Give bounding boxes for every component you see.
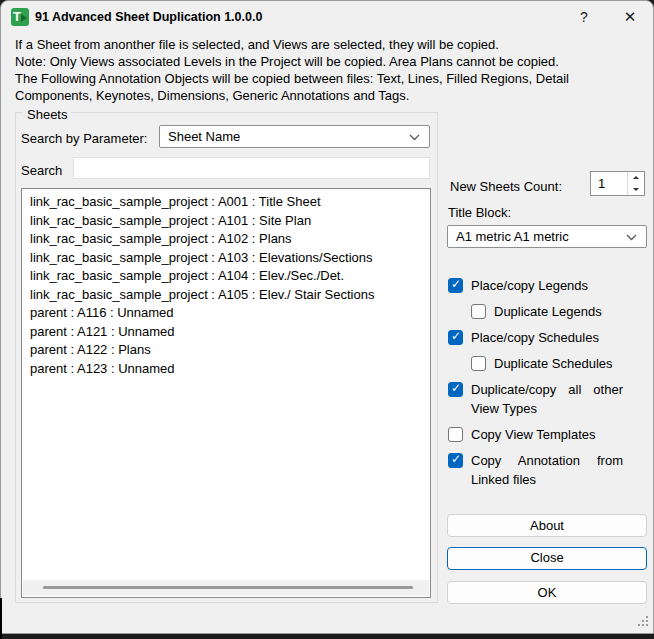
list-item[interactable]: link_rac_basic_sample_project : A103 : E… bbox=[22, 249, 430, 268]
checkbox-place-copy-legends[interactable]: Place/copy Legends bbox=[448, 276, 653, 295]
spin-up-button[interactable] bbox=[628, 172, 644, 184]
checked-checkbox-icon[interactable] bbox=[448, 278, 463, 293]
checkbox-label: Place/copy Schedules bbox=[471, 328, 599, 347]
search-label: Search bbox=[21, 162, 62, 179]
title-block-combobox-value: A1 metric A1 metric bbox=[456, 229, 569, 244]
checkbox-duplicate-schedules[interactable]: Duplicate Schedules bbox=[471, 354, 653, 373]
sheet-list-items: link_rac_basic_sample_project : A001 : T… bbox=[22, 189, 430, 378]
close-button[interactable]: Close bbox=[447, 547, 647, 570]
checkbox-place-copy-schedules[interactable]: Place/copy Schedules bbox=[448, 328, 653, 347]
chevron-down-icon bbox=[626, 234, 637, 241]
checked-checkbox-icon[interactable] bbox=[448, 382, 463, 397]
checked-checkbox-icon[interactable] bbox=[448, 453, 463, 468]
unchecked-checkbox-icon[interactable] bbox=[471, 304, 486, 319]
app-icon-letter: T bbox=[13, 9, 21, 24]
intro-line: The Following Annotation Objects will be… bbox=[15, 70, 647, 87]
checked-checkbox-icon[interactable] bbox=[448, 330, 463, 345]
title-bar: T 91 Advanced Sheet Duplication 1.0.0.0 … bbox=[1, 1, 653, 33]
checkbox-copy-view-templates[interactable]: Copy View Templates bbox=[448, 425, 653, 444]
list-item[interactable]: parent : A122 : Plans bbox=[22, 341, 430, 360]
sheets-group-label: Sheets bbox=[23, 109, 71, 121]
down-arrow-icon bbox=[633, 188, 639, 191]
parameter-combobox-value: Sheet Name bbox=[168, 129, 240, 144]
intro-line: Components, Keynotes, Dimensions, Generi… bbox=[15, 87, 647, 104]
checkbox-duplicate-legends[interactable]: Duplicate Legends bbox=[471, 302, 653, 321]
spin-down-button[interactable] bbox=[628, 184, 644, 196]
checkbox-duplicate-copy-all-other-view-types[interactable]: Duplicate/copy all otherView Types bbox=[448, 380, 653, 418]
horizontal-scrollbar-thumb[interactable] bbox=[43, 586, 413, 589]
sheet-list[interactable]: link_rac_basic_sample_project : A001 : T… bbox=[21, 188, 431, 598]
new-sheets-count-value: 1 bbox=[598, 176, 605, 191]
about-button[interactable]: About bbox=[447, 514, 647, 537]
list-item[interactable]: link_rac_basic_sample_project : A102 : P… bbox=[22, 230, 430, 249]
horizontal-scrollbar[interactable] bbox=[23, 580, 429, 596]
intro-line: If a Sheet from anonther file is selecte… bbox=[15, 36, 647, 53]
checkbox-label: Duplicate Schedules bbox=[494, 354, 613, 373]
list-item[interactable]: link_rac_basic_sample_project : A101 : S… bbox=[22, 212, 430, 231]
chevron-down-icon bbox=[409, 134, 420, 141]
list-item[interactable]: link_rac_basic_sample_project : A001 : T… bbox=[22, 193, 430, 212]
spinner bbox=[627, 172, 644, 195]
parameter-combobox[interactable]: Sheet Name bbox=[159, 125, 430, 148]
intro-line: Note: Only Views associated Levels in th… bbox=[15, 53, 647, 70]
ok-button[interactable]: OK bbox=[447, 581, 647, 604]
window-title: 91 Advanced Sheet Duplication 1.0.0.0 bbox=[35, 1, 262, 33]
title-block-combobox[interactable]: A1 metric A1 metric bbox=[447, 225, 647, 248]
new-sheets-count-input[interactable]: 1 bbox=[590, 171, 645, 196]
app-icon: T bbox=[11, 8, 29, 26]
list-item[interactable]: parent : A116 : Unnamed bbox=[22, 304, 430, 323]
checkbox-label: Place/copy Legends bbox=[471, 276, 588, 295]
dialog-window: T 91 Advanced Sheet Duplication 1.0.0.0 … bbox=[0, 0, 654, 634]
list-item[interactable]: link_rac_basic_sample_project : A105 : E… bbox=[22, 286, 430, 305]
checkbox-label: Copy View Templates bbox=[471, 425, 596, 444]
resize-grip[interactable] bbox=[638, 616, 648, 626]
background-edge bbox=[0, 598, 2, 639]
list-item[interactable]: link_rac_basic_sample_project : A104 : E… bbox=[22, 267, 430, 286]
window-close-button[interactable]: ✕ bbox=[616, 5, 644, 29]
checkbox-copy-annotation-from-linked-files[interactable]: Copy Annotation fromLinked files bbox=[448, 451, 653, 489]
app-icon-triangle bbox=[21, 14, 27, 22]
unchecked-checkbox-icon[interactable] bbox=[448, 427, 463, 442]
new-sheets-count-label: New Sheets Count: bbox=[450, 178, 562, 195]
checkbox-label: Duplicate/copy all otherView Types bbox=[471, 380, 623, 418]
unchecked-checkbox-icon[interactable] bbox=[471, 356, 486, 371]
intro-text: If a Sheet from anonther file is selecte… bbox=[15, 36, 647, 104]
help-button[interactable]: ? bbox=[570, 5, 598, 29]
list-item[interactable]: parent : A121 : Unnamed bbox=[22, 323, 430, 342]
search-input[interactable] bbox=[73, 157, 430, 179]
checkbox-label: Duplicate Legends bbox=[494, 302, 602, 321]
title-block-label: Title Block: bbox=[448, 204, 511, 221]
checkbox-label: Copy Annotation fromLinked files bbox=[471, 451, 623, 489]
up-arrow-icon bbox=[633, 176, 639, 179]
search-by-parameter-label: Search by Parameter: bbox=[21, 130, 147, 147]
list-item[interactable]: parent : A123 : Unnamed bbox=[22, 360, 430, 379]
options-list: Place/copy LegendsDuplicate LegendsPlace… bbox=[448, 276, 653, 496]
